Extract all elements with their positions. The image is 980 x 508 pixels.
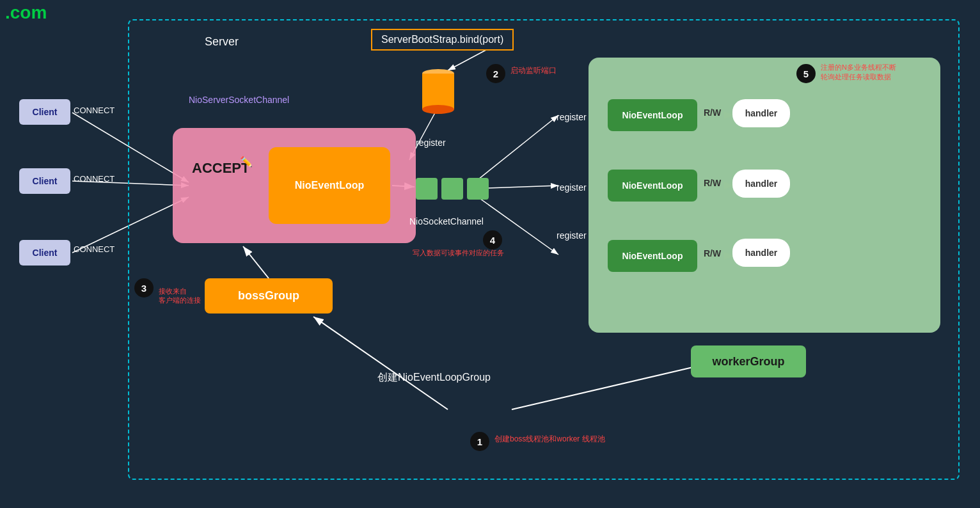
register-worker-label-1: register bbox=[557, 112, 587, 122]
step3-label: 接收来自 客户端的连接 bbox=[159, 287, 201, 305]
step-badge-1: 1 bbox=[470, 432, 489, 451]
rw-label-3: R/W bbox=[704, 248, 721, 258]
step1-label: 创建boss线程池和worker 线程池 bbox=[494, 434, 605, 445]
nio-socket-channel-label: NioSocketChannel bbox=[409, 216, 484, 226]
worker-event-loop-2: NioEventLoop bbox=[608, 170, 697, 202]
register-worker-label-2: register bbox=[557, 182, 587, 193]
queue-block-3 bbox=[467, 178, 489, 200]
step-badge-5: 5 bbox=[796, 64, 816, 83]
server-label: Server bbox=[205, 35, 239, 49]
queue-block-2 bbox=[441, 178, 463, 200]
step-badge-3: 3 bbox=[134, 278, 154, 298]
handler-box-1: handler bbox=[732, 99, 790, 127]
handler-box-2: handler bbox=[732, 170, 790, 198]
boss-group-box: bossGroup bbox=[205, 278, 333, 314]
step2-label: 启动监听端口 bbox=[510, 65, 557, 76]
handler-box-3: handler bbox=[732, 239, 790, 267]
client-box-3: Client bbox=[19, 240, 70, 266]
register-top-label: register bbox=[416, 138, 446, 148]
bootstrap-box: ServerBootStrap.bind(port) bbox=[371, 29, 514, 51]
connect-label-2: CONNECT bbox=[74, 174, 115, 184]
rw-label-1: R/W bbox=[704, 107, 721, 118]
step-badge-2: 2 bbox=[486, 64, 505, 83]
connect-label-3: CONNECT bbox=[74, 244, 115, 254]
client-box-1: Client bbox=[19, 99, 70, 125]
nio-event-loop-boss: NioEventLoop bbox=[269, 147, 390, 224]
step5-label: 注册的N多业务线程不断 轮询处理任务读取数据 bbox=[821, 63, 896, 83]
pencil-icon: ✏️ bbox=[240, 155, 253, 168]
worker-event-loop-3: NioEventLoop bbox=[608, 240, 697, 272]
nio-server-channel-label: NioServerSocketChannel bbox=[189, 95, 289, 105]
queue-block-1 bbox=[416, 178, 438, 200]
cylinder-icon bbox=[422, 69, 454, 114]
queue-blocks bbox=[416, 178, 489, 200]
rw-label-2: R/W bbox=[704, 178, 721, 188]
worker-group-box: workerGroup bbox=[691, 345, 806, 377]
create-group-label: 创建NioEventLoopGroup bbox=[377, 371, 491, 385]
step-badge-4: 4 bbox=[483, 230, 502, 250]
step4-label: 写入数据可读事件对应的任务 bbox=[413, 248, 504, 258]
register-worker-label-3: register bbox=[557, 230, 587, 241]
client-box-2: Client bbox=[19, 168, 70, 194]
worker-event-loop-1: NioEventLoop bbox=[608, 99, 697, 131]
connect-label-1: CONNECT bbox=[74, 106, 115, 115]
brand-text: .com bbox=[0, 0, 52, 26]
